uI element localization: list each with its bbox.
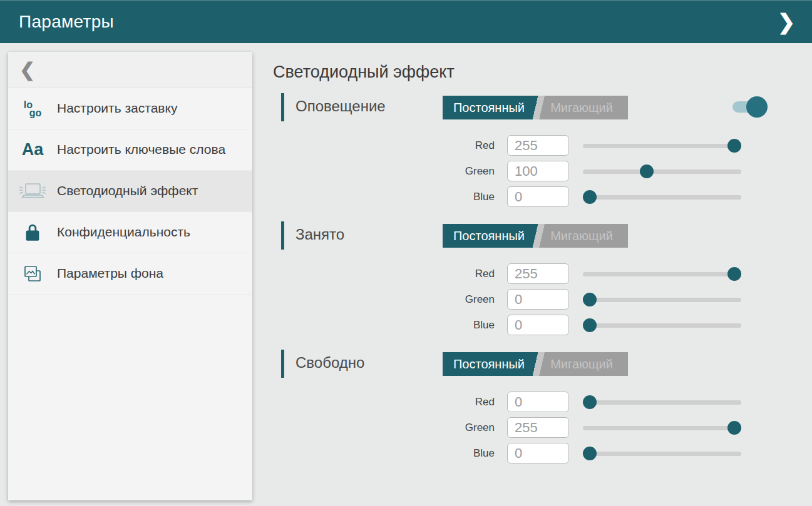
blue-slider[interactable] bbox=[583, 190, 741, 205]
blue-value-input[interactable] bbox=[507, 186, 569, 207]
sidebar: ❮ logo Настроить заставку Aa Настроить к… bbox=[8, 52, 252, 500]
blue-slider[interactable] bbox=[583, 446, 741, 461]
channel-label: Blue bbox=[281, 191, 495, 203]
green-value-input[interactable] bbox=[507, 289, 569, 310]
mode-option-blinking[interactable]: Мигающий bbox=[535, 224, 628, 248]
mode-option-blinking[interactable]: Мигающий bbox=[535, 96, 628, 119]
slider-thumb-icon[interactable] bbox=[583, 190, 597, 204]
sidebar-item-3[interactable]: Светодиодный эффект bbox=[8, 171, 252, 212]
slider-track bbox=[583, 426, 741, 430]
rgb-channel-row: Blue bbox=[281, 443, 786, 463]
content-title: Светодиодный эффект bbox=[273, 63, 786, 82]
green-value-input[interactable] bbox=[507, 161, 569, 181]
channel-label: Blue bbox=[281, 447, 495, 460]
section-accent-bar bbox=[281, 93, 284, 121]
rgb-rows: Red Green Blue bbox=[281, 392, 786, 463]
red-value-input[interactable] bbox=[507, 263, 569, 284]
channel-label: Red bbox=[281, 396, 495, 408]
section-title: Занято bbox=[296, 226, 344, 243]
rgb-channel-row: Blue bbox=[281, 315, 786, 335]
rgb-channel-row: Green bbox=[281, 417, 786, 438]
mode-segmented-control: Постоянный Мигающий bbox=[443, 96, 628, 119]
mode-segmented-control: Постоянный Мигающий bbox=[443, 352, 628, 376]
sidebar-item-label: Светодиодный эффект bbox=[57, 183, 203, 199]
slider-thumb-icon[interactable] bbox=[640, 164, 654, 178]
background-icon bbox=[23, 264, 43, 284]
mode-option-constant[interactable]: Постоянный bbox=[443, 352, 535, 376]
slider-track bbox=[583, 323, 741, 328]
blue-value-input[interactable] bbox=[507, 443, 569, 463]
rgb-channel-row: Green bbox=[281, 289, 786, 310]
mode-segmented-control: Постоянный Мигающий bbox=[443, 224, 628, 248]
slider-thumb-icon[interactable] bbox=[583, 395, 597, 409]
section-head: Занято Постоянный Мигающий bbox=[281, 221, 786, 250]
rgb-channel-row: Red bbox=[281, 135, 786, 156]
slider-track bbox=[583, 400, 741, 405]
slider-track bbox=[583, 170, 741, 174]
slider-track bbox=[583, 298, 741, 302]
channel-label: Red bbox=[281, 268, 495, 280]
section-enabled-toggle[interactable] bbox=[732, 96, 768, 118]
mode-option-blinking[interactable]: Мигающий bbox=[535, 352, 628, 376]
keywords-icon: Aa bbox=[22, 141, 44, 158]
app-header: Параметры ❯ bbox=[0, 0, 812, 43]
rgb-channel-row: Green bbox=[281, 161, 786, 181]
section-title: Свободно bbox=[296, 354, 364, 372]
section-title: Оповещение bbox=[296, 98, 386, 115]
led-section-1: Оповещение Постоянный Мигающий Red Green… bbox=[281, 93, 786, 207]
channel-label: Blue bbox=[281, 319, 495, 331]
led-screen-icon bbox=[18, 181, 47, 202]
led-section-2: Занято Постоянный Мигающий Red Green Blu… bbox=[281, 221, 786, 335]
slider-track bbox=[583, 272, 741, 276]
rgb-channel-row: Blue bbox=[281, 186, 786, 207]
green-slider[interactable] bbox=[583, 164, 741, 179]
back-chevron-icon: ❮ bbox=[19, 59, 35, 81]
sidebar-item-4[interactable]: Конфиденциальность bbox=[8, 212, 252, 253]
slider-thumb-icon[interactable] bbox=[583, 293, 597, 306]
slider-track bbox=[583, 452, 741, 456]
logo-icon: logo bbox=[24, 101, 42, 117]
slider-thumb-icon[interactable] bbox=[727, 267, 741, 281]
blue-value-input[interactable] bbox=[507, 315, 569, 335]
sidebar-item-label: Настроить заставку bbox=[57, 100, 182, 116]
slider-track bbox=[583, 195, 741, 200]
slider-thumb-icon[interactable] bbox=[727, 421, 741, 435]
channel-label: Green bbox=[281, 422, 495, 434]
sidebar-item-label: Настроить ключевые слова bbox=[57, 141, 230, 158]
slider-track bbox=[583, 144, 741, 148]
led-section-3: Свободно Постоянный Мигающий Red Green B… bbox=[281, 350, 786, 463]
toggle-thumb-icon bbox=[746, 96, 768, 118]
section-head: Оповещение Постоянный Мигающий bbox=[281, 93, 786, 121]
blue-slider[interactable] bbox=[583, 318, 741, 333]
red-slider[interactable] bbox=[583, 266, 741, 281]
channel-label: Red bbox=[281, 139, 495, 152]
red-value-input[interactable] bbox=[507, 135, 569, 156]
green-value-input[interactable] bbox=[507, 417, 569, 438]
forward-chevron-icon[interactable]: ❯ bbox=[771, 0, 802, 43]
mode-option-constant[interactable]: Постоянный bbox=[443, 96, 535, 119]
sidebar-back-button[interactable]: ❮ bbox=[8, 52, 252, 88]
rgb-channel-row: Red bbox=[281, 392, 786, 412]
mode-option-constant[interactable]: Постоянный bbox=[443, 224, 535, 248]
lock-icon bbox=[24, 223, 41, 242]
green-slider[interactable] bbox=[583, 420, 741, 435]
page-title: Параметры bbox=[19, 12, 114, 32]
rgb-rows: Red Green Blue bbox=[281, 135, 786, 207]
slider-thumb-icon[interactable] bbox=[727, 139, 741, 153]
section-accent-bar bbox=[281, 221, 284, 250]
channel-label: Green bbox=[281, 165, 495, 178]
section-accent-bar bbox=[281, 350, 284, 378]
rgb-channel-row: Red bbox=[281, 263, 786, 284]
section-head: Свободно Постоянный Мигающий bbox=[281, 350, 786, 378]
slider-thumb-icon[interactable] bbox=[583, 318, 597, 332]
sidebar-item-1[interactable]: logo Настроить заставку bbox=[8, 88, 252, 129]
rgb-rows: Red Green Blue bbox=[281, 263, 786, 335]
green-slider[interactable] bbox=[583, 292, 741, 307]
sidebar-item-2[interactable]: Aa Настроить ключевые слова bbox=[8, 129, 252, 171]
red-slider[interactable] bbox=[583, 138, 741, 153]
red-value-input[interactable] bbox=[507, 392, 569, 412]
sidebar-item-label: Конфиденциальность bbox=[57, 224, 195, 240]
slider-thumb-icon[interactable] bbox=[583, 447, 597, 460]
sidebar-item-5[interactable]: Параметры фона bbox=[8, 253, 252, 295]
red-slider[interactable] bbox=[583, 395, 741, 410]
